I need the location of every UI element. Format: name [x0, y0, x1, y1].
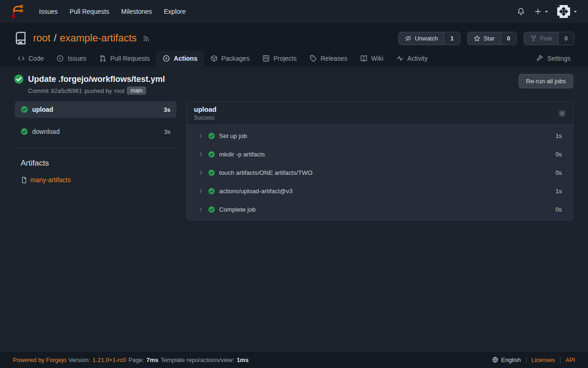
- run-subtitle: Commit 82a5cf6961 pushed by root main: [28, 86, 165, 95]
- run-success-check-icon: [14, 74, 24, 84]
- artifacts-heading: Artifacts: [21, 159, 176, 168]
- unwatch-button[interactable]: Unwatch 1: [398, 32, 460, 45]
- chevron-down-icon: [573, 9, 578, 14]
- job-detail-header: upload Success: [187, 102, 573, 125]
- forks-count[interactable]: 0: [558, 32, 574, 45]
- nav-link-milestones[interactable]: Milestones: [115, 5, 158, 18]
- step-duration: 0s: [555, 206, 562, 213]
- step-row-touch[interactable]: touch artifacts/ONE artifacts/TWO 0s: [187, 163, 573, 182]
- job-item-download[interactable]: download 3s: [15, 123, 176, 140]
- rss-feed-icon[interactable]: [142, 34, 150, 42]
- run-header: Update .forgejo/workflows/test.yml Commi…: [0, 67, 588, 101]
- footer-divider: [526, 356, 526, 363]
- chevron-right-icon: [198, 133, 204, 139]
- tab-releases[interactable]: Releases: [303, 51, 354, 67]
- footer-links: English Licenses API: [492, 356, 575, 363]
- step-name: actions/upload-artifact@v3: [219, 188, 293, 195]
- commit-hash[interactable]: 82a5cf6961: [51, 87, 82, 94]
- footer-divider: [560, 356, 560, 363]
- powered-by-link[interactable]: Powered by Forgejo: [13, 356, 66, 363]
- branch-badge[interactable]: main: [127, 86, 146, 95]
- artifact-link[interactable]: many-artifacts: [30, 176, 71, 184]
- step-row-set-up-job[interactable]: Set up job 1s: [187, 126, 573, 145]
- repo-tabs: Code Issues Pull Requests Actions Packag…: [0, 51, 588, 67]
- nav-link-pull-requests[interactable]: Pull Requests: [63, 5, 115, 18]
- play-circle-icon: [163, 55, 170, 62]
- run-content: upload 3s download 3s Artifacts many-art…: [0, 101, 588, 351]
- repo-title-row: root / example-artifacts Unwatch 1: [0, 23, 588, 51]
- fork-button[interactable]: Fork 0: [524, 32, 574, 45]
- forgejo-logo-icon[interactable]: [10, 4, 25, 19]
- tab-wiki[interactable]: Wiki: [354, 51, 390, 67]
- success-check-icon: [208, 151, 215, 158]
- step-row-upload-artifact[interactable]: actions/upload-artifact@v3 1s: [187, 182, 573, 200]
- notifications-bell-icon[interactable]: [512, 5, 530, 18]
- pulse-icon: [396, 55, 404, 62]
- template-time-label: Template repo/actions/view:: [161, 356, 234, 363]
- unwatch-label: Unwatch: [415, 35, 438, 42]
- star-button[interactable]: Star 0: [467, 32, 517, 45]
- user-menu[interactable]: [554, 3, 582, 20]
- job-name: download: [32, 128, 160, 135]
- job-detail-panel: upload Success Set up job 1s: [187, 101, 573, 220]
- job-detail-status: Success: [194, 115, 216, 121]
- version-link[interactable]: 1.21.0+1-rc0: [92, 356, 126, 363]
- tab-actions[interactable]: Actions: [156, 51, 204, 67]
- chevron-right-icon: [198, 151, 204, 157]
- success-check-icon: [208, 169, 215, 176]
- nav-link-issues[interactable]: Issues: [33, 5, 63, 18]
- breadcrumb-separator: /: [54, 32, 57, 44]
- tab-packages[interactable]: Packages: [204, 51, 256, 67]
- tab-projects[interactable]: Projects: [256, 51, 303, 67]
- language-label: English: [501, 356, 521, 363]
- footer-info: Powered by Forgejo Version: 1.21.0+1-rc0…: [13, 356, 249, 363]
- rerun-all-jobs-button[interactable]: Re-run all jobs: [519, 74, 573, 88]
- chevron-right-icon: [198, 188, 204, 194]
- job-duration: 3s: [164, 106, 170, 113]
- chevron-down-icon: [544, 9, 549, 14]
- fork-label: Fork: [540, 35, 552, 42]
- pusher-name[interactable]: root: [114, 87, 124, 94]
- code-icon: [17, 55, 25, 62]
- tab-code[interactable]: Code: [11, 51, 50, 67]
- fork-icon: [530, 35, 537, 42]
- tab-issues[interactable]: Issues: [50, 51, 92, 67]
- nav-link-explore[interactable]: Explore: [158, 5, 192, 18]
- success-check-icon: [21, 106, 28, 113]
- run-title-block: Update .forgejo/workflows/test.yml Commi…: [14, 74, 165, 95]
- success-check-icon: [208, 206, 215, 213]
- commit-label: Commit: [28, 87, 49, 94]
- chevron-right-icon: [198, 170, 204, 176]
- stars-count[interactable]: 0: [501, 32, 516, 45]
- issue-circle-dot-icon: [57, 55, 64, 62]
- tag-icon: [310, 55, 317, 62]
- star-icon: [474, 35, 481, 42]
- job-item-upload[interactable]: upload 3s: [15, 101, 176, 118]
- chevron-right-icon: [198, 207, 204, 213]
- step-name: touch artifacts/ONE artifacts/TWO: [219, 169, 312, 176]
- artifact-item[interactable]: many-artifacts: [21, 176, 176, 184]
- footer: Powered by Forgejo Version: 1.21.0+1-rc0…: [0, 351, 588, 368]
- api-link[interactable]: API: [565, 356, 575, 363]
- gear-icon[interactable]: [558, 109, 566, 117]
- repo-owner-link[interactable]: root: [33, 32, 51, 44]
- tab-activity[interactable]: Activity: [390, 51, 434, 67]
- eye-slash-icon: [405, 35, 412, 42]
- step-duration: 0s: [555, 151, 562, 158]
- watchers-count[interactable]: 1: [444, 32, 459, 45]
- step-row-complete-job[interactable]: Complete job 0s: [187, 200, 573, 218]
- step-row-mkdir[interactable]: mkdir -p artifacts 0s: [187, 145, 573, 163]
- repository-icon: [14, 31, 28, 45]
- step-name: mkdir -p artifacts: [219, 151, 265, 158]
- create-new-dropdown[interactable]: [530, 5, 554, 18]
- git-pull-request-icon: [99, 55, 107, 62]
- language-selector[interactable]: English: [492, 356, 521, 363]
- repo-name-link[interactable]: example-artifacts: [60, 32, 137, 44]
- page-time-label: Page:: [129, 356, 144, 363]
- jobs-sidebar: upload 3s download 3s Artifacts many-art…: [15, 101, 176, 184]
- licenses-link[interactable]: Licenses: [531, 356, 555, 363]
- tab-pull-requests[interactable]: Pull Requests: [93, 51, 156, 67]
- step-duration: 1s: [555, 188, 562, 195]
- tab-settings[interactable]: Settings: [530, 51, 577, 67]
- success-check-icon: [21, 128, 28, 135]
